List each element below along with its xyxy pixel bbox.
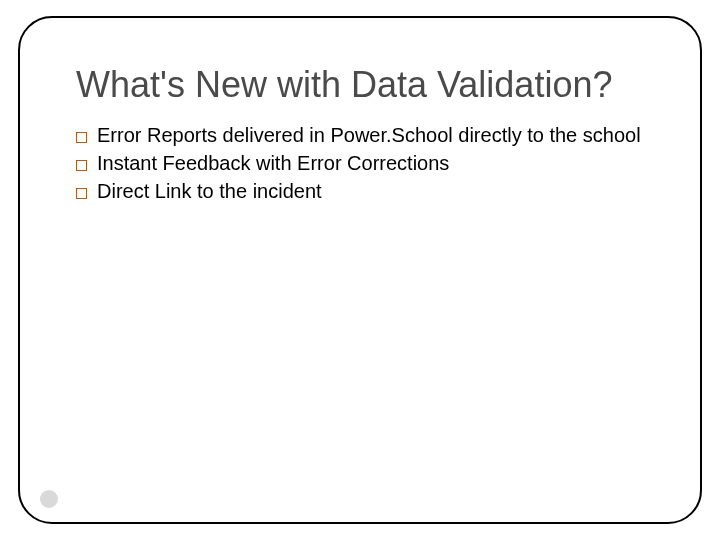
- page-number-dot: [40, 490, 58, 508]
- list-item: Error Reports delivered in Power.School …: [76, 123, 644, 149]
- bullet-text: Error Reports delivered in Power.School …: [97, 124, 641, 146]
- square-bullet-icon: [76, 132, 87, 143]
- slide-frame: What's New with Data Validation? Error R…: [18, 16, 702, 524]
- list-item: Direct Link to the incident: [76, 179, 644, 205]
- square-bullet-icon: [76, 188, 87, 199]
- bullet-text: Direct Link to the incident: [97, 180, 322, 202]
- slide-title: What's New with Data Validation?: [76, 64, 644, 105]
- square-bullet-icon: [76, 160, 87, 171]
- bullet-text: Instant Feedback with Error Corrections: [97, 152, 449, 174]
- list-item: Instant Feedback with Error Corrections: [76, 151, 644, 177]
- bullet-list: Error Reports delivered in Power.School …: [76, 123, 644, 204]
- slide: What's New with Data Validation? Error R…: [0, 0, 720, 540]
